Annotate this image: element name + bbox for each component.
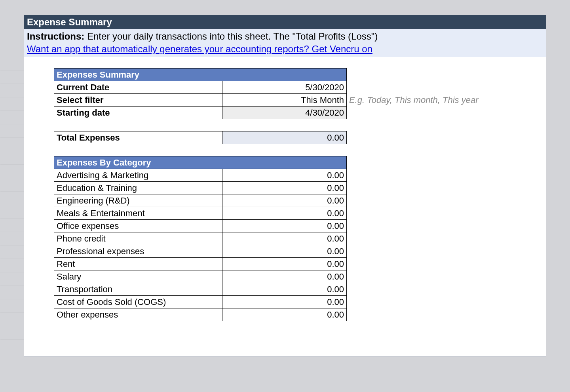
- category-row: Other expenses0.00: [54, 308, 347, 321]
- total-expenses-label: Total Expenses: [54, 131, 222, 144]
- row-gutter: [0, 57, 24, 356]
- expenses-by-category-table: Expenses By Category Advertising & Marke…: [54, 156, 347, 321]
- summary-row-label: Current Date: [54, 81, 222, 94]
- category-row-label: Rent: [54, 258, 222, 270]
- summary-row: Current Date5/30/2020: [54, 81, 481, 94]
- total-expenses-table: Total Expenses 0.00: [54, 131, 347, 144]
- instructions-text: Enter your daily transactions into this …: [84, 31, 378, 42]
- category-row-value[interactable]: 0.00: [222, 182, 347, 194]
- category-row-value[interactable]: 0.00: [222, 308, 347, 321]
- category-row-value[interactable]: 0.00: [222, 245, 347, 258]
- category-row: Engineering (R&D)0.00: [54, 194, 347, 207]
- category-row: Transportation0.00: [54, 283, 347, 296]
- summary-row: Starting date4/30/2020: [54, 107, 481, 119]
- category-row-label: Phone credit: [54, 232, 222, 245]
- expenses-summary-heading: Expenses Summary: [54, 69, 347, 81]
- category-row-value[interactable]: 0.00: [222, 270, 347, 283]
- summary-row: Select filterThis MonthE.g. Today, This …: [54, 94, 481, 107]
- category-row-label: Cost of Goods Sold (COGS): [54, 296, 222, 308]
- promo-link-bar: Want an app that automatically generates…: [24, 44, 546, 57]
- total-expenses-value[interactable]: 0.00: [222, 131, 347, 144]
- category-row: Meals & Entertainment0.00: [54, 207, 347, 220]
- category-row-label: Office expenses: [54, 220, 222, 232]
- category-row-value[interactable]: 0.00: [222, 232, 347, 245]
- category-row-value[interactable]: 0.00: [222, 296, 347, 308]
- category-row-label: Professional expenses: [54, 245, 222, 258]
- category-row-value[interactable]: 0.00: [222, 283, 347, 296]
- category-row-value[interactable]: 0.00: [222, 258, 347, 270]
- instructions-bar: Instructions: Enter your daily transacti…: [24, 29, 546, 44]
- promo-link[interactable]: Want an app that automatically generates…: [27, 44, 372, 54]
- category-row: Office expenses0.00: [54, 220, 347, 232]
- category-row-label: Salary: [54, 270, 222, 283]
- category-row: Advertising & Marketing0.00: [54, 169, 347, 182]
- summary-row-label: Starting date: [54, 107, 222, 119]
- expenses-by-category-heading: Expenses By Category: [54, 156, 347, 169]
- category-row-label: Education & Training: [54, 182, 222, 194]
- category-row: Education & Training0.00: [54, 182, 347, 194]
- category-row: Rent0.00: [54, 258, 347, 270]
- summary-row-value[interactable]: This Month: [222, 94, 347, 107]
- summary-row-label: Select filter: [54, 94, 222, 107]
- page-title: Expense Summary: [24, 15, 546, 29]
- category-row-label: Engineering (R&D): [54, 194, 222, 207]
- summary-row-value[interactable]: 4/30/2020: [222, 107, 347, 119]
- category-row-label: Other expenses: [54, 308, 222, 321]
- category-row-label: Advertising & Marketing: [54, 169, 222, 182]
- worksheet: Expense Summary Instructions: Enter your…: [24, 15, 546, 357]
- category-row: Professional expenses0.00: [54, 245, 347, 258]
- category-row-label: Meals & Entertainment: [54, 207, 222, 220]
- expenses-summary-table: Expenses Summary Current Date5/30/2020Se…: [54, 68, 481, 119]
- category-row-value[interactable]: 0.00: [222, 220, 347, 232]
- content-area: Expenses Summary Current Date5/30/2020Se…: [24, 57, 546, 357]
- summary-row-note: E.g. Today, This month, This year: [347, 94, 481, 107]
- category-row-label: Transportation: [54, 283, 222, 296]
- category-row: Cost of Goods Sold (COGS)0.00: [54, 296, 347, 308]
- category-row: Phone credit0.00: [54, 232, 347, 245]
- category-row: Salary0.00: [54, 270, 347, 283]
- instructions-label: Instructions:: [27, 31, 84, 42]
- category-row-value[interactable]: 0.00: [222, 194, 347, 207]
- category-row-value[interactable]: 0.00: [222, 169, 347, 182]
- category-row-value[interactable]: 0.00: [222, 207, 347, 220]
- summary-row-value[interactable]: 5/30/2020: [222, 81, 347, 94]
